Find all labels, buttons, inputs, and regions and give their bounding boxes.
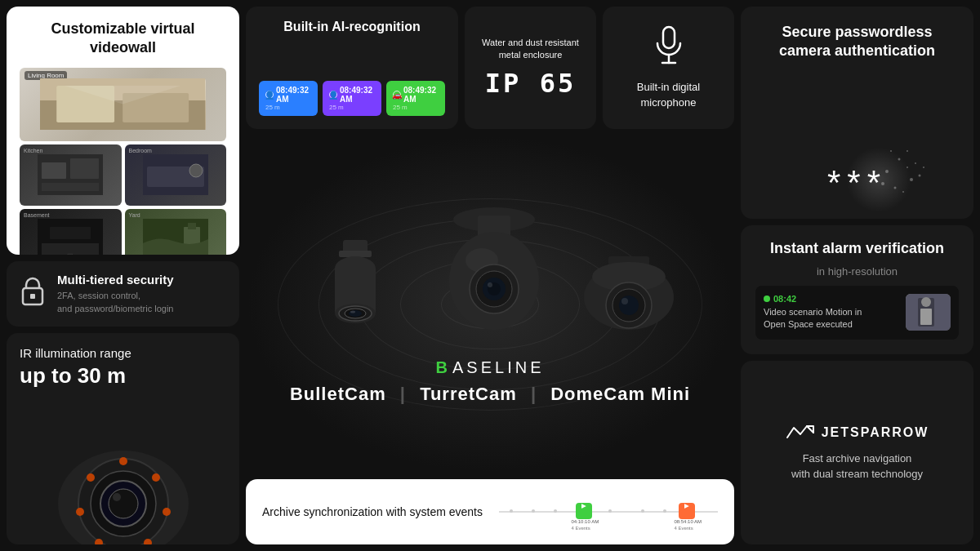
svg-point-65 [906, 167, 908, 168]
brand-line: B ASELINE [436, 358, 545, 377]
kitchen-label: Kitchen [24, 148, 42, 153]
ir-card: IR illumination range up to 30 m [7, 333, 239, 544]
svg-point-25 [119, 457, 127, 465]
dome-cam-mini [576, 252, 682, 342]
videowall-grid: Living Room Kitchen [20, 68, 226, 256]
security-title: Multi-tiered security [57, 273, 174, 287]
svg-rect-19 [188, 223, 196, 229]
svg-point-62 [621, 298, 628, 304]
svg-point-70 [919, 175, 921, 177]
person-icon-1: 👤 [265, 91, 274, 99]
svg-point-77 [921, 297, 931, 307]
svg-rect-78 [920, 309, 932, 325]
ai-sub-3: 25 m [393, 104, 439, 111]
ai-bar-purple: 👤 08:49:32 AM 25 m [323, 81, 381, 116]
svg-point-46 [350, 311, 355, 313]
timeline-event-1: ▶ [576, 503, 592, 519]
svg-rect-6 [42, 162, 66, 179]
ai-bar-green: 🚗 08:49:32 AM 25 m [386, 81, 445, 116]
jetsparrow-card: JETSPARROW Fast archive navigation with … [741, 361, 973, 544]
svg-rect-8 [42, 183, 99, 191]
alarm-time: 08:42 [764, 294, 899, 304]
videowall-card: Customizable virtual videowall Living Ro… [7, 7, 239, 255]
alarm-card: Instant alarm verification in high-resol… [741, 225, 973, 354]
living-room-preview [40, 78, 205, 130]
archive-title: Archive synchronization with system even… [262, 505, 483, 518]
bedroom-label: Bedroom [129, 148, 152, 153]
ai-bar-blue: 👤 08:49:32 AM 25 m [259, 81, 318, 116]
svg-point-66 [910, 178, 913, 181]
green-dot [764, 295, 770, 302]
svg-point-30 [76, 508, 84, 516]
ir-title: IR illumination range [20, 346, 226, 360]
svg-point-69 [915, 162, 916, 164]
yard-feed: Yard [125, 209, 227, 256]
jetsparrow-icon [786, 423, 815, 442]
ir-camera-image [50, 430, 197, 544]
dome-cam-name: DomeCam Mini [550, 384, 690, 404]
svg-point-26 [152, 473, 160, 482]
camera-showcase: B ASELINE BulletCam | TurretCam | DomeCa… [246, 136, 734, 473]
yard-label: Yard [129, 212, 140, 218]
basement-feed: Basement ▣ [20, 209, 122, 256]
event-1-time: 04:10:10 AM [571, 519, 599, 524]
ai-sub-1: 25 m [265, 104, 311, 111]
living-room-feed: Living Room [20, 68, 226, 141]
svg-rect-39 [339, 251, 372, 257]
svg-point-72 [881, 182, 884, 185]
svg-point-31 [87, 473, 95, 482]
security-description: 2FA, session control, and password/biome… [57, 290, 174, 315]
svg-point-45 [349, 310, 362, 317]
archive-timeline: ▶ 04:10:10 AM 4 Events ▶ 08:54:10 AM 4 E… [499, 500, 718, 524]
svg-rect-7 [70, 158, 99, 179]
svg-rect-21 [30, 294, 35, 299]
svg-point-34 [113, 493, 121, 501]
svg-point-74 [923, 167, 924, 168]
microphone-text: Built-in digital microphone [616, 80, 721, 109]
timeline-event-2: ▶ [679, 503, 695, 519]
alarm-description: Video scenario Motion in Open Space exec… [764, 306, 899, 331]
bullet-cam-name: BulletCam [290, 384, 386, 404]
ai-title: Built-in AI-recognition [259, 20, 445, 34]
turret-cam-name: TurretCam [420, 384, 517, 404]
bedroom-feed: Bedroom [125, 144, 227, 206]
separator-2: | [531, 384, 542, 404]
person-icon-2: 👤 [329, 91, 337, 99]
separator-1: | [400, 384, 412, 404]
bottom-row-feeds: Basement ▣ Yard [20, 209, 226, 256]
alarm-preview-text: 08:42 Video scenario Motion in Open Spac… [764, 294, 899, 331]
particle-effect [838, 139, 936, 220]
event-2-time: 08:54:10 AM [674, 519, 702, 524]
ai-recognition-card: Built-in AI-recognition 👤 08:49:32 AM 25… [246, 7, 458, 129]
svg-point-11 [189, 164, 203, 177]
turret-cam [429, 203, 559, 342]
svg-point-73 [906, 150, 908, 152]
passwordless-card: Secure passwordless camera authenticatio… [741, 7, 973, 219]
ai-time-2: 👤 08:49:32 AM [329, 86, 375, 104]
security-info: Multi-tiered security 2FA, session contr… [57, 273, 174, 315]
ir-range: up to 30 m [20, 363, 226, 389]
svg-rect-14 [50, 227, 91, 239]
ip-card: Water and dust resistant metal enclosure… [465, 7, 596, 129]
event-1-label: 4 Events [571, 526, 590, 531]
bullet-cam [298, 236, 412, 342]
security-card: Multi-tiered security 2FA, session contr… [7, 261, 239, 327]
ai-sub-2: 25 m [329, 104, 375, 111]
svg-point-64 [898, 158, 901, 161]
middle-row-feeds: Kitchen Bedroom [20, 144, 226, 206]
svg-point-27 [163, 508, 171, 516]
svg-point-63 [885, 170, 889, 173]
center-top-row: Built-in AI-recognition 👤 08:49:32 AM 25… [246, 7, 734, 129]
svg-rect-35 [663, 27, 675, 48]
microphone-icon [654, 25, 684, 73]
svg-point-68 [902, 191, 904, 193]
person-icon-3: 🚗 [393, 91, 401, 99]
alarm-subtitle: in high-resolution [755, 265, 959, 278]
alarm-preview: 08:42 Video scenario Motion in Open Spac… [755, 286, 959, 340]
timeline-line: ▶ 04:10:10 AM 4 Events ▶ 08:54:10 AM 4 E… [499, 511, 718, 513]
ai-time-1: 👤 08:49:32 AM [265, 86, 311, 104]
svg-text:▣: ▣ [67, 252, 74, 255]
basement-label: Basement [24, 212, 50, 218]
ai-bars: 👤 08:49:32 AM 25 m 👤 08:49:32 AM 25 m 🚗 [259, 81, 445, 116]
microphone-card: Built-in digital microphone [603, 7, 734, 129]
